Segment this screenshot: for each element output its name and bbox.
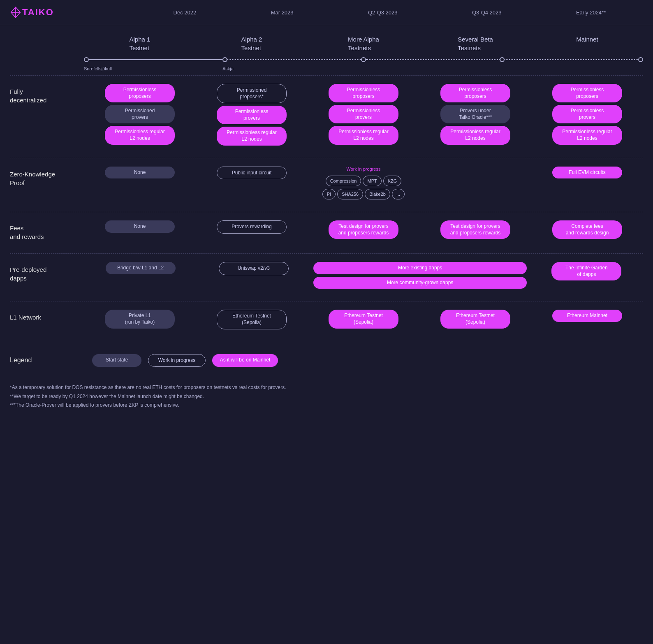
phase-zkp-4 [419, 167, 531, 200]
phase-l1-5: Ethereum Mainnet [531, 310, 643, 329]
phase-fees-3: Test design for proversand proposers rew… [308, 220, 419, 239]
phase-col-1: Alpha 1Testnet [84, 35, 196, 57]
badge-more-existing-dapps: More existing dapps [313, 262, 526, 274]
badge-provers-oracle-4: Provers underTaiko Oracle*** [440, 105, 510, 123]
badge-full-evm-circuits: Full EVM circuits [552, 167, 622, 179]
badge-dots: ... [392, 189, 405, 199]
tl-dot-label-2: Askja [222, 66, 234, 71]
badge-eth-mainnet: Ethereum Mainnet [552, 310, 622, 322]
tl-dot-5 [638, 57, 643, 62]
phase-col-5: Mainnet [531, 35, 643, 57]
row-label-l1: L1 Network [10, 310, 84, 322]
phase-decentralized-1: Permissionlessproposers Permissionedprov… [84, 84, 196, 146]
row-fees: Feesand rewards None Provers rewarding T… [10, 212, 643, 249]
tl-dot-2 [222, 57, 227, 62]
phase-col-4: Several BetaTestnets [419, 35, 531, 57]
badge-permissioned-provers-1: Permissionedprovers [105, 105, 175, 123]
badge-permissionless-provers-3: Permissionlessprovers [329, 105, 398, 123]
badge-complete-fees: Complete feesand rewards design [552, 220, 622, 239]
badge-more-community-dapps: More community-grown dapps [313, 277, 526, 289]
badge-sha256: SHA256 [337, 189, 363, 199]
phase-l1-1: Private L1(run by Taiko) [84, 310, 196, 329]
phase-col-2: Alpha 2Testnet [196, 35, 308, 57]
badge-eth-testnet-4: Ethereum Testnet(Sepolia) [440, 310, 510, 328]
tl-dot-label-1: Snæfellsjökull [84, 66, 112, 71]
row-content-decentralized: Permissionlessproposers Permissionedprov… [84, 84, 643, 146]
badge-permissionless-l2-4: Permissionless regularL2 nodes [440, 126, 510, 144]
phase-label-1: Alpha 1Testnet [130, 35, 151, 52]
tl-segment-2: Askja [222, 57, 361, 62]
footnote-1: *As a temporary solution for DOS resista… [10, 383, 643, 392]
legend-start-state: Start state [92, 354, 141, 367]
row-zkp: Zero-KnowledgeProof None Public input ci… [10, 158, 643, 208]
wip-label-zkp: Work in progress [347, 167, 381, 171]
row-fully-decentralized: Fullydecentralized Permissionlesspropose… [10, 75, 643, 154]
badge-permissionless-proposers-3: Permissionlessproposers [329, 84, 398, 102]
date-3: Q2-Q3 2023 [368, 9, 398, 16]
badge-permissionless-proposers-4: Permissionlessproposers [440, 84, 510, 102]
badge-blake2b: Blake2b [365, 189, 390, 199]
badge-bridge-l1-l2: Bridge b/w L1 and L2 [106, 262, 176, 274]
badge-test-design-4: Test design for proversand proposers rew… [440, 220, 510, 239]
phase-label-3: More AlphaTestnets [348, 35, 379, 52]
footer-notes: *As a temporary solution for DOS resista… [0, 375, 653, 426]
tl-line-1 [89, 59, 222, 60]
badge-permissionless-l2-3: Permissionless regularL2 nodes [329, 126, 398, 144]
badge-permissionless-l2-5: Permissionless regularL2 nodes [552, 126, 622, 144]
row-label-fees: Feesand rewards [10, 220, 84, 241]
tl-segment-3 [361, 57, 500, 62]
badge-eth-testnet-3: Ethereum Testnet(Sepolia) [329, 310, 398, 328]
phase-l1-4: Ethereum Testnet(Sepolia) [419, 310, 531, 329]
row-content-dapps: Bridge b/w L1 and L2 Uniswap v2/v3 More … [84, 262, 643, 289]
badge-kzg: KZG [383, 176, 402, 186]
tl-segment-5 [638, 57, 643, 62]
badge-permissionless-l2-2: Permissionless regularL2 nodes [217, 127, 287, 145]
wip-row-1: Compression MPT KZG [311, 176, 416, 186]
badge-public-input-circuit: Public input circuit [217, 167, 287, 180]
phase-zkp-5: Full EVM circuits [531, 167, 643, 200]
tl-line-3 [366, 59, 500, 60]
phase-label-5: Mainnet [576, 35, 598, 44]
legend-mainnet: As it will be on Mainnet [212, 354, 278, 367]
timeline-line: Snæfellsjökull Askja [84, 57, 643, 62]
phase-decentralized-4: Permissionlessproposers Provers underTai… [419, 84, 531, 146]
phase-fees-2: Provers rewarding [196, 220, 308, 239]
timeline-dates: Dec 2022 Mar 2023 Q2-Q3 2023 Q3-Q4 2023 … [136, 9, 643, 16]
badge-infinite-garden: The Infinite Gardenof dapps [551, 262, 621, 280]
phase-decentralized-3: Permissionlessproposers Permissionlesspr… [308, 84, 419, 146]
badge-permissionless-l2-1: Permissionless regularL2 nodes [105, 126, 175, 144]
phase-dapps-2: Uniswap v2/v3 [197, 262, 310, 289]
phase-l1-3: Ethereum Testnet(Sepolia) [308, 310, 419, 329]
phase-decentralized-5: Permissionlessproposers Permissionlesspr… [531, 84, 643, 146]
badge-mpt: MPT [363, 176, 381, 186]
badge-pi: PI [322, 189, 336, 199]
phase-zkp-1: None [84, 167, 196, 200]
tl-dot-4 [500, 57, 505, 62]
phase-labels-row: Alpha 1Testnet Alpha 2Testnet More Alpha… [84, 25, 643, 57]
date-1: Dec 2022 [174, 9, 197, 16]
badge-none-fees: None [105, 220, 175, 233]
phase-col-3: More AlphaTestnets [308, 35, 419, 57]
footnote-2: **We target to be ready by Q1 2024 howev… [10, 392, 643, 401]
phase-dapps-3-4: More existing dapps More community-grown… [310, 262, 530, 289]
legend-title: Legend [10, 357, 84, 364]
phase-label-4: Several BetaTestnets [458, 35, 493, 52]
date-5: Early 2024** [576, 9, 606, 16]
badge-test-design-3: Test design for proversand proposers rew… [329, 220, 398, 239]
tl-dot-3 [361, 57, 366, 62]
badge-permissionless-proposers-5: Permissionlessproposers [552, 84, 622, 102]
phase-fees-1: None [84, 220, 196, 239]
row-dapps: Pre-deployeddapps Bridge b/w L1 and L2 U… [10, 253, 643, 297]
logo: TAIKO [10, 7, 54, 18]
row-l1-network: L1 Network Private L1(run by Taiko) Ethe… [10, 301, 643, 337]
row-content-l1: Private L1(run by Taiko) Ethereum Testne… [84, 310, 643, 329]
badge-private-l1: Private L1(run by Taiko) [105, 310, 175, 328]
row-content-zkp: None Public input circuit Work in progre… [84, 167, 643, 200]
row-label-dapps: Pre-deployeddapps [10, 262, 84, 283]
tl-dot-1 [84, 57, 89, 62]
footnote-3: ***The Oracle-Prover will be applied to … [10, 401, 643, 410]
row-label-zkp: Zero-KnowledgeProof [10, 167, 84, 187]
phase-decentralized-2: Permissionedproposers* Permissionlesspro… [196, 84, 308, 146]
header: TAIKO Dec 2022 Mar 2023 Q2-Q3 2023 Q3-Q4… [0, 0, 653, 25]
legend-section: Legend Start state Work in progress As i… [0, 338, 653, 375]
